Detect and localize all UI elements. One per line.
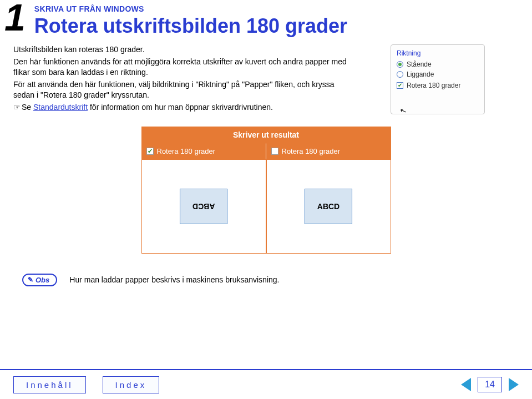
paragraph-2: Den här funktionen används för att möjli… bbox=[13, 57, 357, 78]
cursor-icon: ↖ bbox=[399, 105, 408, 115]
table-col2-body: ABCD bbox=[266, 159, 391, 254]
header-text: SKRIVA UT FRÅN WINDOWS Rotera utskriftsb… bbox=[34, 2, 532, 38]
pencil-icon: ✎ bbox=[28, 276, 33, 284]
contents-button[interactable]: Innehåll bbox=[13, 376, 86, 393]
link-suffix: för information om hur man öppnar skriva… bbox=[88, 103, 273, 112]
radio-staende[interactable]: Stående bbox=[397, 60, 477, 68]
table-col1-label: Rotera 180 grader bbox=[157, 147, 216, 155]
footer-bar: Innehåll Index 14 bbox=[0, 369, 532, 399]
obs-label: Obs bbox=[36, 276, 49, 284]
section-label: SKRIVA UT FRÅN WINDOWS bbox=[34, 4, 532, 13]
radio-liggande[interactable]: Liggande bbox=[397, 70, 477, 78]
paragraph-3: För att använda den här funktionen, välj… bbox=[13, 79, 357, 101]
sample-rotated: ABCD bbox=[180, 189, 227, 224]
radio-label: Stående bbox=[407, 60, 432, 68]
checkbox-rotera[interactable]: ✔ Rotera 180 grader bbox=[397, 82, 477, 89]
standardutskrift-link[interactable]: Standardutskrift bbox=[33, 103, 88, 112]
next-page-arrow[interactable] bbox=[509, 378, 519, 391]
pointing-hand-icon: ☞ bbox=[13, 103, 21, 112]
nav-arrows: 14 bbox=[461, 377, 519, 392]
obs-text: Hur man laddar papper beskrivs i maskine… bbox=[69, 275, 279, 284]
radio-icon bbox=[397, 71, 403, 78]
sample-normal: ABCD bbox=[305, 189, 352, 224]
table-title: Skriver ut resultat bbox=[141, 127, 391, 143]
riktning-panel: Riktning Stående Liggande ✔ Rotera 180 g… bbox=[391, 44, 485, 114]
page-title: Rotera utskriftsbilden 180 grader bbox=[34, 14, 532, 38]
table-col1-body: ABCD bbox=[141, 159, 266, 254]
page-header: 1 SKRIVA UT FRÅN WINDOWS Rotera utskrift… bbox=[0, 0, 532, 38]
table-col1-header: ✔ Rotera 180 grader bbox=[141, 143, 266, 159]
result-table: Skriver ut resultat ✔ Rotera 180 grader … bbox=[141, 127, 391, 254]
checkbox-label: Rotera 180 grader bbox=[407, 82, 460, 89]
paragraph-1: Utskriftsbilden kan roteras 180 grader. bbox=[13, 44, 357, 55]
link-prefix: Se bbox=[22, 103, 33, 112]
sample-text: ABCD bbox=[317, 202, 340, 211]
table-col2-header: Rotera 180 grader bbox=[266, 143, 391, 159]
page-number: 14 bbox=[478, 377, 502, 392]
radio-icon bbox=[397, 61, 403, 68]
obs-badge: ✎ Obs bbox=[22, 274, 57, 286]
index-button[interactable]: Index bbox=[103, 376, 160, 393]
checkbox-unchecked-icon bbox=[271, 148, 278, 155]
body-text: Utskriftsbilden kan roteras 180 grader. … bbox=[13, 44, 357, 114]
table-col2-label: Rotera 180 grader bbox=[282, 147, 341, 155]
panel-group-title: Riktning bbox=[397, 49, 477, 57]
obs-row: ✎ Obs Hur man laddar papper beskrivs i m… bbox=[22, 274, 532, 286]
checkbox-icon: ✔ bbox=[397, 82, 403, 89]
prev-page-arrow[interactable] bbox=[461, 378, 471, 391]
see-also-line: ☞Se Standardutskrift för information om … bbox=[13, 102, 357, 113]
radio-label: Liggande bbox=[407, 70, 434, 78]
sample-text-rotated: ABCD bbox=[192, 202, 215, 211]
checkbox-checked-icon: ✔ bbox=[146, 148, 154, 155]
chapter-number: 1 bbox=[4, 2, 26, 32]
